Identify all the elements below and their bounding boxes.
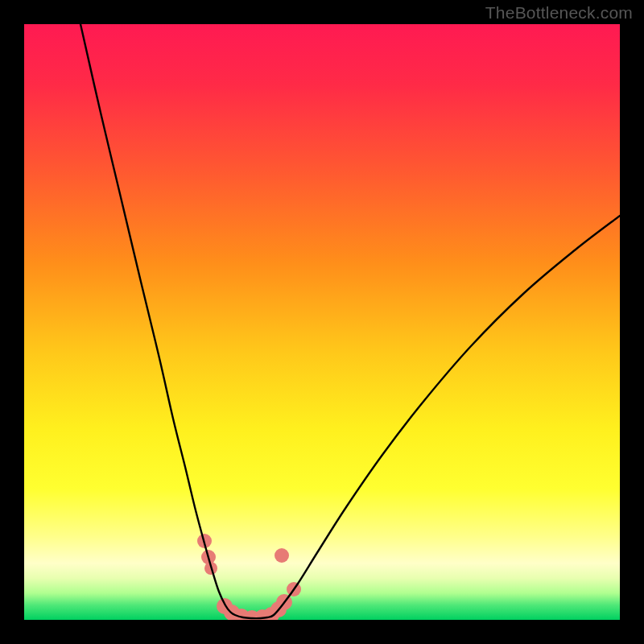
chart-curves [24, 24, 620, 620]
curve-layer [80, 24, 620, 618]
marker-layer [197, 534, 301, 620]
bottleneck-curve [80, 24, 620, 618]
data-marker [275, 548, 289, 563]
plot-area [24, 24, 620, 620]
chart-frame: TheBottleneck.com [0, 0, 644, 644]
watermark-text: TheBottleneck.com [485, 3, 633, 23]
